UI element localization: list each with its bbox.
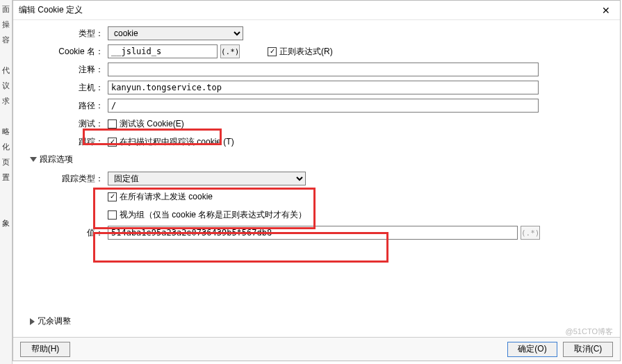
close-icon[interactable]: ✕ (598, 3, 614, 17)
cookie-name-input[interactable] (108, 44, 218, 58)
dialog-title: 编辑 Cookie 定义 (19, 4, 83, 16)
track-checkbox-label: 在扫描过程中跟踪该 cookie (T) (120, 136, 234, 148)
group-checkbox[interactable] (108, 210, 117, 220)
label-cookie-name: Cookie 名： (19, 46, 108, 58)
label-host: 主机： (19, 82, 108, 94)
titlebar: 编辑 Cookie 定义 ✕ (13, 1, 620, 20)
comment-input[interactable] (108, 63, 539, 76)
dialog-edit-cookie: 编辑 Cookie 定义 ✕ 类型： cookie Cookie 名： (.*)… (13, 0, 621, 361)
regex-checkbox[interactable] (268, 47, 277, 56)
help-button[interactable]: 帮助(H) (20, 342, 70, 357)
dialog-content: 类型： cookie Cookie 名： (.*) 正则表达式(R) 注释： 主… (13, 20, 620, 337)
regex-picker-button[interactable]: (.*) (220, 44, 240, 58)
label-test: 测试： (19, 118, 108, 130)
chevron-right-icon (30, 318, 35, 325)
label-path: 路径： (19, 100, 108, 112)
test-checkbox-label: 测试该 Cookie(E) (120, 118, 184, 130)
group-label: 视为组（仅当 cookie 名称是正则表达式时才有关） (120, 209, 306, 221)
track-checkbox[interactable] (108, 138, 117, 147)
label-comment: 注释： (19, 64, 108, 76)
cancel-button[interactable]: 取消(C) (563, 342, 613, 357)
label-track: 跟踪： (19, 136, 108, 148)
host-input[interactable] (108, 81, 539, 94)
label-value: 值： (19, 227, 108, 239)
type-select[interactable]: cookie (108, 26, 243, 40)
track-type-select[interactable]: 固定值 (108, 172, 306, 185)
label-type: 类型： (19, 28, 108, 40)
ok-button[interactable]: 确定(O) (507, 342, 557, 357)
background-sidebar: 面操容 代议求 略化页置 象 (0, 0, 13, 364)
value-regex-button: (.*) (521, 226, 540, 240)
label-track-type: 跟踪类型： (19, 173, 108, 185)
regex-checkbox-label: 正则表达式(R) (279, 46, 333, 58)
section-redundancy[interactable]: 冗余调整 (30, 315, 71, 327)
value-input[interactable] (108, 226, 518, 240)
path-input[interactable] (108, 99, 539, 113)
send-all-checkbox[interactable] (108, 192, 117, 201)
section-label: 冗余调整 (38, 315, 71, 327)
dialog-footer: 帮助(H) 确定(O) 取消(C) (13, 337, 620, 361)
section-label: 跟踪选项 (40, 154, 73, 165)
send-all-label: 在所有请求上发送 cookie (120, 191, 213, 203)
chevron-down-icon (30, 157, 37, 162)
test-checkbox[interactable] (108, 119, 117, 129)
section-track-options[interactable]: 跟踪选项 (30, 154, 613, 165)
